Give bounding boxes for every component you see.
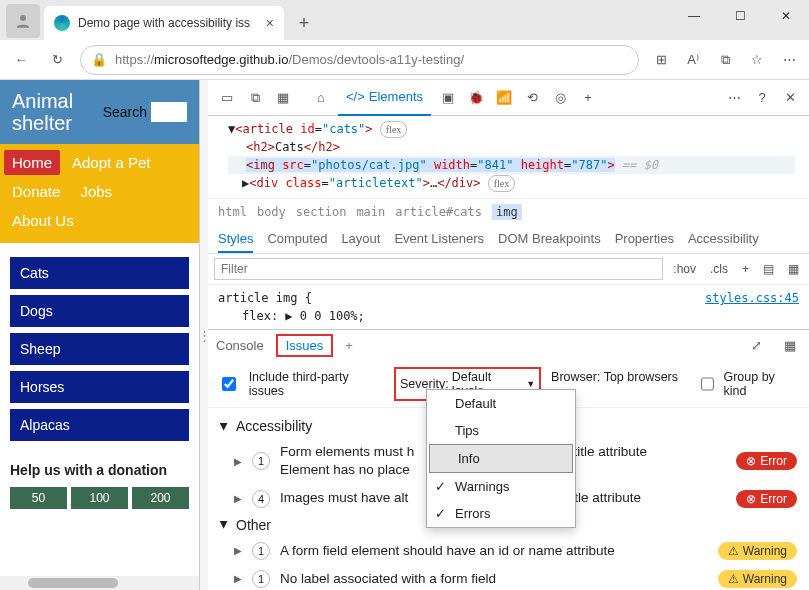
horizontal-scrollbar[interactable]	[0, 576, 199, 590]
include-third-party-checkbox[interactable]	[222, 377, 236, 391]
list-item[interactable]: Sheep	[10, 333, 189, 365]
close-devtools-icon[interactable]: ✕	[779, 87, 801, 109]
styles-icon-2[interactable]: ▦	[784, 260, 803, 278]
check-icon: ✓	[435, 479, 446, 494]
styles-pane[interactable]: styles.css:45 article img { flex: ▶ 0 0 …	[208, 285, 809, 329]
group-by-kind-checkbox[interactable]	[701, 377, 715, 391]
issues-toolbar: Include third-party issues Severity: Def…	[208, 361, 809, 408]
profile-avatar[interactable]	[6, 4, 40, 38]
search-input[interactable]	[151, 102, 187, 122]
tab-accessibility[interactable]: Accessibility	[688, 231, 759, 253]
url-text: https://microsoftedge.github.io/Demos/de…	[115, 52, 464, 67]
issue-row[interactable]: ▶ 1 A form field element should have an …	[218, 537, 799, 565]
performance-icon[interactable]: ⟲	[521, 87, 543, 109]
more-icon[interactable]: ⋯	[723, 87, 745, 109]
issue-count: 1	[252, 452, 270, 470]
severity-option-warnings[interactable]: ✓Warnings	[427, 473, 575, 500]
severity-option-errors[interactable]: ✓Errors	[427, 500, 575, 527]
severity-option-info[interactable]: Info	[429, 444, 573, 473]
window-titlebar: Demo page with accessibility iss × + — ☐…	[0, 0, 809, 40]
list-item[interactable]: Cats	[10, 257, 189, 289]
dom-tree[interactable]: ▼<article id="cats"> flex <h2>Cats</h2> …	[208, 116, 809, 198]
tab-elements[interactable]: </>Elements	[338, 80, 431, 116]
donation-heading: Help us with a donation	[0, 461, 199, 479]
donate-200[interactable]: 200	[132, 487, 189, 509]
new-tab-button[interactable]: +	[290, 9, 318, 37]
minimize-button[interactable]: —	[671, 0, 717, 32]
error-badge: ⊗ Error	[736, 490, 797, 508]
device-icon[interactable]: ⧉	[244, 87, 266, 109]
tab-close-icon[interactable]: ×	[266, 15, 274, 31]
nav-home[interactable]: Home	[4, 150, 60, 175]
tab-properties[interactable]: Properties	[615, 231, 674, 253]
read-aloud-icon[interactable]: A⁾	[681, 48, 705, 72]
chevron-right-icon: ▶	[234, 493, 242, 504]
chevron-down-icon: ▼	[526, 379, 535, 389]
hov-toggle[interactable]: :hov	[669, 260, 700, 278]
issue-text: No label associated with a form field	[280, 570, 708, 588]
welcome-icon[interactable]: ▦	[272, 87, 294, 109]
back-button[interactable]: ←	[8, 47, 34, 73]
styles-icon[interactable]: ▤	[759, 260, 778, 278]
home-icon[interactable]: ⌂	[310, 87, 332, 109]
browser-tab[interactable]: Demo page with accessibility iss ×	[44, 6, 284, 40]
tab-dom-breakpoints[interactable]: DOM Breakpoints	[498, 231, 601, 253]
dom-breadcrumbs[interactable]: htmlbodysectionmainarticle#catsimg	[208, 198, 809, 225]
source-link[interactable]: styles.css:45	[705, 289, 799, 307]
site-nav: Home Adopt a Pet Donate Jobs About Us	[0, 144, 199, 243]
tab-issues[interactable]: Issues	[276, 334, 334, 357]
nav-about[interactable]: About Us	[4, 208, 82, 233]
tab-styles[interactable]: Styles	[218, 231, 253, 253]
nav-jobs[interactable]: Jobs	[72, 179, 120, 204]
drawer-icon-2[interactable]: ▦	[779, 335, 801, 357]
donate-50[interactable]: 50	[10, 487, 67, 509]
svg-point-0	[20, 15, 26, 21]
list-item[interactable]: Dogs	[10, 295, 189, 327]
styles-tabbar: Styles Computed Layout Event Listeners D…	[208, 225, 809, 254]
url-field[interactable]: 🔒 https://microsoftedge.github.io/Demos/…	[80, 45, 639, 75]
category-list: Cats Dogs Sheep Horses Alpacas	[0, 243, 199, 461]
app-icon[interactable]: ⊞	[649, 48, 673, 72]
severity-option-tips[interactable]: Tips	[427, 417, 575, 444]
severity-menu: Default Tips Info ✓Warnings ✓Errors	[426, 389, 576, 528]
include-third-party-label: Include third-party issues	[249, 370, 384, 398]
severity-option-default[interactable]: Default	[427, 390, 575, 417]
menu-icon[interactable]: ⋯	[777, 48, 801, 72]
inspect-icon[interactable]: ▭	[216, 87, 238, 109]
new-style-icon[interactable]: +	[738, 260, 753, 278]
issue-text: A form field element should have an id o…	[280, 542, 708, 560]
donate-100[interactable]: 100	[71, 487, 128, 509]
pane-resize-handle[interactable]: ⋮	[200, 80, 208, 590]
more-tabs-icon[interactable]: +	[577, 87, 599, 109]
tab-event-listeners[interactable]: Event Listeners	[394, 231, 484, 253]
issue-row[interactable]: ▶ 1 No label associated with a form fiel…	[218, 565, 799, 590]
network-icon[interactable]: 📶	[493, 87, 515, 109]
close-window-button[interactable]: ✕	[763, 0, 809, 32]
chevron-down-icon: ▶	[219, 521, 230, 529]
styles-filter-input[interactable]	[214, 258, 663, 280]
favorite-icon[interactable]: ☆	[745, 48, 769, 72]
site-header: Animalshelter Search	[0, 80, 199, 144]
tab-layout[interactable]: Layout	[341, 231, 380, 253]
edge-icon	[54, 15, 70, 31]
list-item[interactable]: Alpacas	[10, 409, 189, 441]
tab-console[interactable]: Console	[216, 338, 264, 353]
nav-adopt[interactable]: Adopt a Pet	[64, 150, 158, 175]
add-drawer-tab-icon[interactable]: +	[345, 338, 353, 353]
tab-title: Demo page with accessibility iss	[78, 16, 258, 30]
cls-toggle[interactable]: .cls	[706, 260, 732, 278]
memory-icon[interactable]: ◎	[549, 87, 571, 109]
tab-computed[interactable]: Computed	[267, 231, 327, 253]
maximize-button[interactable]: ☐	[717, 0, 763, 32]
refresh-button[interactable]: ↻	[44, 47, 70, 73]
list-item[interactable]: Horses	[10, 371, 189, 403]
console-tab-icon[interactable]: ▣	[437, 87, 459, 109]
warning-badge: ⚠ Warning	[718, 570, 797, 588]
sources-icon[interactable]: 🐞	[465, 87, 487, 109]
check-icon: ✓	[435, 506, 446, 521]
drawer-icon-1[interactable]: ⤢	[745, 335, 767, 357]
collections-icon[interactable]: ⧉	[713, 48, 737, 72]
nav-donate[interactable]: Donate	[4, 179, 68, 204]
search-label: Search	[103, 104, 147, 120]
help-icon[interactable]: ?	[751, 87, 773, 109]
